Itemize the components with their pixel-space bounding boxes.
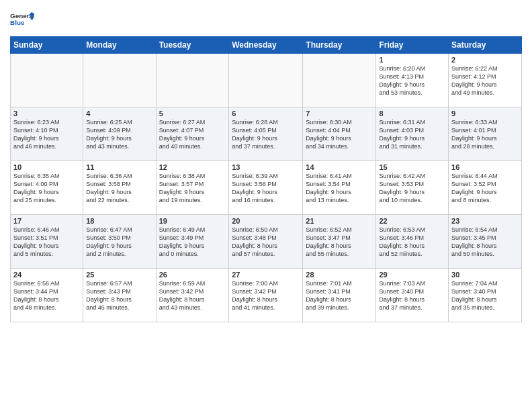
- day-cell-11: 11Sunrise: 6:36 AM Sunset: 3:58 PM Dayli…: [83, 161, 156, 215]
- day-number: 25: [86, 271, 152, 279]
- day-cell-6: 6Sunrise: 6:28 AM Sunset: 4:05 PM Daylig…: [229, 107, 303, 161]
- day-info: Sunrise: 6:47 AM Sunset: 3:50 PM Dayligh…: [86, 226, 152, 259]
- day-number: 23: [451, 217, 519, 225]
- day-number: 28: [306, 271, 373, 279]
- day-number: 18: [86, 217, 152, 225]
- day-cell-20: 20Sunrise: 6:50 AM Sunset: 3:48 PM Dayli…: [229, 215, 303, 269]
- day-number: 14: [306, 163, 373, 171]
- header: General Blue: [10, 7, 522, 31]
- day-info: Sunrise: 7:03 AM Sunset: 3:40 PM Dayligh…: [379, 279, 445, 312]
- day-number: 24: [13, 271, 80, 279]
- weekday-sunday: Sunday: [11, 37, 83, 54]
- day-info: Sunrise: 6:33 AM Sunset: 4:01 PM Dayligh…: [451, 118, 519, 151]
- day-cell-7: 7Sunrise: 6:30 AM Sunset: 4:04 PM Daylig…: [303, 107, 376, 161]
- empty-cell: [11, 54, 83, 107]
- day-cell-17: 17Sunrise: 6:46 AM Sunset: 3:51 PM Dayli…: [11, 215, 83, 269]
- day-cell-19: 19Sunrise: 6:49 AM Sunset: 3:49 PM Dayli…: [156, 215, 229, 269]
- day-cell-13: 13Sunrise: 6:39 AM Sunset: 3:56 PM Dayli…: [229, 161, 303, 215]
- day-info: Sunrise: 6:49 AM Sunset: 3:49 PM Dayligh…: [159, 226, 226, 259]
- day-info: Sunrise: 7:04 AM Sunset: 3:40 PM Dayligh…: [451, 279, 519, 312]
- day-number: 9: [451, 109, 519, 118]
- day-info: Sunrise: 6:30 AM Sunset: 4:04 PM Dayligh…: [306, 118, 373, 151]
- weekday-saturday: Saturday: [449, 37, 522, 54]
- day-cell-29: 29Sunrise: 7:03 AM Sunset: 3:40 PM Dayli…: [376, 269, 449, 322]
- day-number: 4: [86, 109, 152, 118]
- weekday-monday: Monday: [83, 37, 156, 54]
- day-number: 26: [159, 271, 226, 279]
- day-cell-15: 15Sunrise: 6:42 AM Sunset: 3:53 PM Dayli…: [376, 161, 449, 215]
- day-number: 8: [379, 109, 445, 118]
- weekday-thursday: Thursday: [303, 37, 376, 54]
- day-cell-30: 30Sunrise: 7:04 AM Sunset: 3:40 PM Dayli…: [449, 269, 522, 322]
- day-info: Sunrise: 7:00 AM Sunset: 3:42 PM Dayligh…: [232, 279, 300, 312]
- svg-text:Blue: Blue: [10, 19, 25, 26]
- day-number: 30: [451, 271, 519, 279]
- day-number: 19: [159, 217, 226, 225]
- day-number: 6: [232, 109, 300, 118]
- day-info: Sunrise: 6:56 AM Sunset: 3:44 PM Dayligh…: [13, 279, 80, 312]
- day-number: 21: [306, 217, 373, 225]
- day-number: 7: [306, 109, 373, 118]
- day-cell-8: 8Sunrise: 6:31 AM Sunset: 4:03 PM Daylig…: [376, 107, 449, 161]
- day-number: 2: [451, 56, 519, 64]
- calendar-table: SundayMondayTuesdayWednesdayThursdayFrid…: [10, 36, 522, 322]
- day-info: Sunrise: 6:20 AM Sunset: 4:13 PM Dayligh…: [379, 64, 445, 97]
- day-cell-24: 24Sunrise: 6:56 AM Sunset: 3:44 PM Dayli…: [11, 269, 83, 322]
- day-info: Sunrise: 7:01 AM Sunset: 3:41 PM Dayligh…: [306, 279, 373, 312]
- empty-cell: [83, 54, 156, 107]
- day-info: Sunrise: 6:23 AM Sunset: 4:10 PM Dayligh…: [13, 118, 80, 151]
- day-info: Sunrise: 6:59 AM Sunset: 3:42 PM Dayligh…: [159, 279, 226, 312]
- logo: General Blue: [10, 7, 34, 31]
- week-row-3: 17Sunrise: 6:46 AM Sunset: 3:51 PM Dayli…: [11, 215, 522, 269]
- day-cell-4: 4Sunrise: 6:25 AM Sunset: 4:09 PM Daylig…: [83, 107, 156, 161]
- day-info: Sunrise: 6:31 AM Sunset: 4:03 PM Dayligh…: [379, 118, 445, 151]
- day-info: Sunrise: 6:22 AM Sunset: 4:12 PM Dayligh…: [451, 64, 519, 97]
- day-info: Sunrise: 6:57 AM Sunset: 3:43 PM Dayligh…: [86, 279, 152, 312]
- week-row-2: 10Sunrise: 6:35 AM Sunset: 4:00 PM Dayli…: [11, 161, 522, 215]
- day-number: 29: [379, 271, 445, 279]
- weekday-tuesday: Tuesday: [156, 37, 229, 54]
- day-info: Sunrise: 6:41 AM Sunset: 3:54 PM Dayligh…: [306, 172, 373, 205]
- day-number: 15: [379, 163, 445, 171]
- day-cell-23: 23Sunrise: 6:54 AM Sunset: 3:45 PM Dayli…: [449, 215, 522, 269]
- day-info: Sunrise: 6:50 AM Sunset: 3:48 PM Dayligh…: [232, 226, 300, 259]
- day-cell-26: 26Sunrise: 6:59 AM Sunset: 3:42 PM Dayli…: [156, 269, 229, 322]
- week-row-0: 1Sunrise: 6:20 AM Sunset: 4:13 PM Daylig…: [11, 54, 522, 107]
- day-info: Sunrise: 6:27 AM Sunset: 4:07 PM Dayligh…: [159, 118, 226, 151]
- week-row-4: 24Sunrise: 6:56 AM Sunset: 3:44 PM Dayli…: [11, 269, 522, 322]
- day-number: 10: [13, 163, 80, 171]
- weekday-friday: Friday: [376, 37, 449, 54]
- day-info: Sunrise: 6:44 AM Sunset: 3:52 PM Dayligh…: [451, 172, 519, 205]
- day-cell-27: 27Sunrise: 7:00 AM Sunset: 3:42 PM Dayli…: [229, 269, 303, 322]
- day-info: Sunrise: 6:39 AM Sunset: 3:56 PM Dayligh…: [232, 172, 300, 205]
- empty-cell: [229, 54, 303, 107]
- day-number: 1: [379, 56, 445, 64]
- day-number: 22: [379, 217, 445, 225]
- day-cell-5: 5Sunrise: 6:27 AM Sunset: 4:07 PM Daylig…: [156, 107, 229, 161]
- day-number: 17: [13, 217, 80, 225]
- day-info: Sunrise: 6:52 AM Sunset: 3:47 PM Dayligh…: [306, 226, 373, 259]
- day-info: Sunrise: 6:54 AM Sunset: 3:45 PM Dayligh…: [451, 226, 519, 259]
- day-cell-16: 16Sunrise: 6:44 AM Sunset: 3:52 PM Dayli…: [449, 161, 522, 215]
- day-number: 11: [86, 163, 152, 171]
- weekday-wednesday: Wednesday: [229, 37, 303, 54]
- empty-cell: [303, 54, 376, 107]
- day-cell-25: 25Sunrise: 6:57 AM Sunset: 3:43 PM Dayli…: [83, 269, 156, 322]
- day-info: Sunrise: 6:28 AM Sunset: 4:05 PM Dayligh…: [232, 118, 300, 151]
- day-info: Sunrise: 6:25 AM Sunset: 4:09 PM Dayligh…: [86, 118, 152, 151]
- day-cell-10: 10Sunrise: 6:35 AM Sunset: 4:00 PM Dayli…: [11, 161, 83, 215]
- week-row-1: 3Sunrise: 6:23 AM Sunset: 4:10 PM Daylig…: [11, 107, 522, 161]
- day-number: 20: [232, 217, 300, 225]
- day-number: 13: [232, 163, 300, 171]
- weekday-header-row: SundayMondayTuesdayWednesdayThursdayFrid…: [11, 37, 522, 54]
- day-number: 5: [159, 109, 226, 118]
- day-cell-12: 12Sunrise: 6:38 AM Sunset: 3:57 PM Dayli…: [156, 161, 229, 215]
- calendar-page: General Blue SundayMondayTuesdayWednesda…: [0, 0, 532, 411]
- day-number: 16: [451, 163, 519, 171]
- day-number: 27: [232, 271, 300, 279]
- day-info: Sunrise: 6:46 AM Sunset: 3:51 PM Dayligh…: [13, 226, 80, 259]
- day-cell-28: 28Sunrise: 7:01 AM Sunset: 3:41 PM Dayli…: [303, 269, 376, 322]
- day-cell-22: 22Sunrise: 6:53 AM Sunset: 3:46 PM Dayli…: [376, 215, 449, 269]
- day-cell-1: 1Sunrise: 6:20 AM Sunset: 4:13 PM Daylig…: [376, 54, 449, 107]
- day-cell-9: 9Sunrise: 6:33 AM Sunset: 4:01 PM Daylig…: [449, 107, 522, 161]
